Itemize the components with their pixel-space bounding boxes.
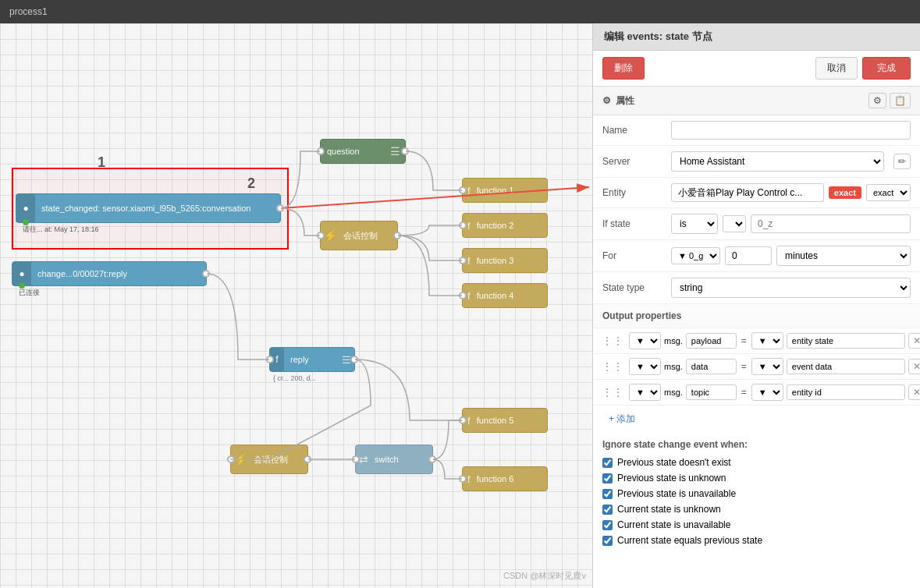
node-reply-port-left[interactable] xyxy=(266,356,274,363)
node-function2[interactable]: f function 2 xyxy=(462,213,548,238)
checkbox-row-6: Current state equals previous state xyxy=(602,533,911,548)
node-question[interactable]: question ☰ xyxy=(320,139,406,164)
prop1-key-input[interactable] xyxy=(686,333,737,349)
if-state-row: If state is ▼ xyxy=(593,208,920,240)
prop3-msg-label: msg. xyxy=(664,388,683,397)
server-row: Server Home Assistant ✏ xyxy=(593,146,920,178)
checkbox-2[interactable] xyxy=(602,473,613,484)
node-huihua-control2[interactable]: ⚡ 会话控制 xyxy=(230,445,308,474)
checkbox-3[interactable] xyxy=(602,489,613,499)
server-edit-btn[interactable]: ✏ xyxy=(893,154,911,169)
ignore-title: Ignore state change event when: xyxy=(602,439,911,450)
prop3-type-select[interactable]: ▼ xyxy=(629,384,661,401)
node-switch-port-right[interactable] xyxy=(428,455,436,463)
settings-icon-btn[interactable]: ⚙ xyxy=(868,93,886,108)
entity-label: Entity xyxy=(602,187,665,198)
entity-row: Entity exact exact xyxy=(593,178,920,208)
for-label: For xyxy=(602,250,665,261)
prop3-delete-btn[interactable]: ✕ xyxy=(908,384,920,400)
prop2-key-input[interactable] xyxy=(686,359,737,374)
checkbox-5[interactable] xyxy=(602,520,613,530)
server-label: Server xyxy=(602,156,665,167)
server-select[interactable]: Home Assistant xyxy=(671,151,884,172)
node-change[interactable]: ● change...0/00027t:reply 已连接 xyxy=(12,261,207,286)
delete-button[interactable]: 删除 xyxy=(602,57,645,80)
node-huihua1-port-right[interactable] xyxy=(393,232,401,239)
for-value-input[interactable] xyxy=(725,246,772,265)
prop1-value-type-select[interactable]: ▼ xyxy=(751,332,783,349)
if-state-value-input[interactable] xyxy=(751,214,911,233)
node-huihua2-port-right[interactable] xyxy=(304,455,311,463)
node-function5-label: function 5 xyxy=(471,413,520,428)
ignore-section: Ignore state change event when: Previous… xyxy=(593,433,920,554)
node-question-port-right[interactable] xyxy=(401,147,409,155)
node-reply[interactable]: f reply ☰ xyxy=(269,347,355,372)
prop2-delete-btn[interactable]: ✕ xyxy=(908,359,920,374)
node-switch[interactable]: ⇄ switch xyxy=(355,445,433,474)
checkbox-row-5: Current state is unavailable xyxy=(602,517,911,533)
name-input[interactable] xyxy=(671,121,911,140)
prop1-delete-btn[interactable]: ✕ xyxy=(908,333,920,349)
for-controls: ▼ 0_g minutes seconds hours xyxy=(671,246,911,266)
reply-annotation: { cr... 200, d... xyxy=(273,374,316,382)
prop3-value-input[interactable] xyxy=(787,384,905,400)
checkbox-6[interactable] xyxy=(602,536,613,546)
panel-header: 编辑 events: state 节点 xyxy=(593,23,920,51)
prop3-eq: = xyxy=(740,387,748,398)
add-prop-button[interactable]: + 添加 xyxy=(599,409,645,430)
exact-badge: exact xyxy=(829,186,861,199)
checkbox-label-1: Previous state doesn't exist xyxy=(617,457,731,468)
node-switch-label: switch xyxy=(368,452,405,467)
drag-handle-1[interactable]: ⋮⋮ xyxy=(599,335,626,347)
node-change-label: change...0/00027t:reply xyxy=(31,266,133,282)
panel-toolbar: 删除 取消 完成 xyxy=(593,51,920,87)
checkbox-label-5: Current state is unavailable xyxy=(617,519,730,530)
for-unit-select[interactable]: minutes seconds hours xyxy=(776,246,911,266)
drag-handle-3[interactable]: ⋮⋮ xyxy=(599,386,626,398)
entity-input[interactable] xyxy=(671,183,824,202)
drag-handle-2[interactable]: ⋮⋮ xyxy=(599,360,626,373)
for-type-select[interactable]: ▼ 0_g xyxy=(671,247,720,264)
state-type-select[interactable]: string number boolean xyxy=(671,278,911,298)
node-function6[interactable]: f function 6 xyxy=(462,466,548,491)
prop2-msg-label: msg. xyxy=(664,362,683,371)
prop1-eq: = xyxy=(740,335,748,346)
copy-icon-btn[interactable]: 📋 xyxy=(890,93,911,108)
node-function5[interactable]: f function 5 xyxy=(462,408,548,433)
node-change-port-right[interactable] xyxy=(202,270,210,278)
prop2-value-type-select[interactable]: ▼ xyxy=(751,358,783,375)
prop3-value-type-select[interactable]: ▼ xyxy=(751,384,783,401)
node-huihua-control1[interactable]: ⚡ 会话控制 xyxy=(320,221,398,250)
prop1-type-select[interactable]: ▼ xyxy=(629,332,661,349)
checkbox-label-6: Current state equals previous state xyxy=(617,535,762,546)
process-title: process1 xyxy=(9,6,48,17)
node-function1[interactable]: f function 1 xyxy=(462,178,548,203)
checkbox-label-3: Previous state is unavailable xyxy=(617,488,736,499)
node-state-changed[interactable]: ● state_changed: sensor.xiaomi_l95b_5265… xyxy=(16,193,281,223)
checkbox-row-2: Previous state is unknown xyxy=(602,470,911,486)
node-question-port-left[interactable] xyxy=(317,147,325,155)
main-layout: 1 2 ● state_changed: sensor.xiaomi_l95b_… xyxy=(0,23,920,588)
checkbox-1[interactable] xyxy=(602,458,613,468)
prop3-key-input[interactable] xyxy=(686,384,737,400)
cancel-button[interactable]: 取消 xyxy=(815,57,858,80)
prop2-value-input[interactable] xyxy=(787,359,905,374)
prop2-type-select[interactable]: ▼ xyxy=(629,358,661,375)
node-reply-port-right[interactable] xyxy=(350,356,358,363)
node-function4[interactable]: f function 4 xyxy=(462,283,548,308)
done-button[interactable]: 完成 xyxy=(862,57,911,80)
panel-toolbar-right: 取消 完成 xyxy=(815,57,911,80)
checkbox-label-2: Previous state is unknown xyxy=(617,473,726,484)
right-panel: 编辑 events: state 节点 删除 取消 完成 ⚙ 属性 ⚙ 📋 Na… xyxy=(592,23,920,588)
node-reply-label: reply xyxy=(284,352,315,367)
add-prop-container: + 添加 xyxy=(593,406,920,433)
prop1-value-input[interactable] xyxy=(787,333,905,349)
exact-select[interactable]: exact xyxy=(866,184,911,201)
if-state-type-select[interactable]: ▼ xyxy=(723,215,746,232)
node-state-port-right[interactable] xyxy=(276,204,284,212)
node-function3[interactable]: f function 3 xyxy=(462,248,548,273)
checkbox-4[interactable] xyxy=(602,505,613,515)
output-properties-header: Output properties xyxy=(593,304,920,328)
node-function4-label: function 4 xyxy=(471,288,520,303)
if-state-is-select[interactable]: is xyxy=(671,214,718,234)
